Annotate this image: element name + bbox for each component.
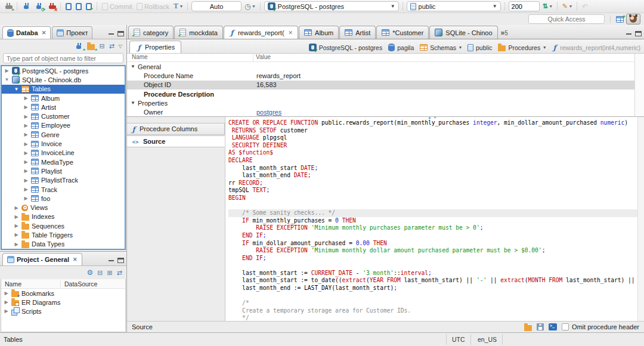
link-with-editor-icon[interactable]: ⇄ — [109, 42, 114, 50]
property-row-object-id[interactable]: Object ID16,583 — [127, 81, 634, 89]
tree-item-foo[interactable]: ▶foo — [2, 194, 125, 203]
expander-closed-icon[interactable]: ▶ — [14, 214, 19, 220]
tab-проект[interactable]: Проект — [52, 26, 92, 39]
tree-item-artist[interactable]: ▶Artist — [2, 103, 125, 112]
expander-closed-icon[interactable]: ▶ — [4, 308, 9, 314]
tree-item-track[interactable]: ▶Track — [2, 185, 125, 194]
sync-connection-button[interactable]: ⇅▾ — [541, 2, 553, 11]
expander-closed-icon[interactable]: ▶ — [14, 205, 19, 211]
tree-item-invoiceline[interactable]: ▶InvoiceLine — [2, 149, 125, 157]
tree-item-customer[interactable]: ▶Customer — [2, 112, 125, 121]
expander-open-icon[interactable]: ▼ — [131, 64, 137, 69]
tab-overflow[interactable]: »5 — [499, 29, 510, 37]
vertical-scrollbar[interactable] — [634, 54, 644, 116]
rollback-button[interactable]: Rollback — [135, 2, 171, 11]
link-with-editor-icon[interactable]: ⇄ — [117, 269, 122, 277]
close-icon[interactable]: ✕ — [289, 30, 293, 36]
expander-closed-icon[interactable]: ▶ — [23, 196, 29, 201]
tree-item-indexes[interactable]: ▶Indexes — [2, 212, 125, 221]
breadcrumb-item-rewards-report-int4-numeric[interactable]: rewards_report(int4,numeric) — [552, 44, 640, 51]
property-group-general[interactable]: ▼General — [127, 62, 634, 71]
fetch-size-input[interactable] — [509, 1, 540, 11]
quick-access-input[interactable] — [528, 14, 605, 24]
reconnect-button[interactable]: ⟳ — [33, 2, 44, 11]
tree-item-playlist[interactable]: ▶Playlist — [2, 166, 125, 175]
maximize-icon[interactable] — [635, 31, 642, 36]
expander-closed-icon[interactable]: ▶ — [4, 299, 9, 305]
property-group-properties[interactable]: ▼Properties — [127, 98, 634, 107]
object-filter-input[interactable] — [3, 53, 123, 63]
tree-item-postgresql-postgres[interactable]: ▶PostgreSQL - postgres — [2, 66, 125, 75]
breadcrumb-item-procedures[interactable]: Procedures▾ — [498, 44, 546, 51]
status-timezone[interactable]: UTC — [446, 334, 471, 345]
expander-closed-icon[interactable]: ▶ — [23, 168, 29, 174]
column-header-datasource[interactable]: DataSource — [61, 280, 97, 288]
project-item-scripts[interactable]: ▶Scripts — [1, 307, 125, 316]
new-connection-icon[interactable]: + — [75, 42, 83, 50]
expander-closed-icon[interactable]: ▶ — [4, 68, 10, 73]
gear-icon[interactable]: ⚙ — [87, 268, 94, 277]
open-perspective-icon[interactable] — [616, 16, 624, 23]
disconnect-button[interactable]: ✕ — [46, 2, 57, 11]
owner-link[interactable]: postgres — [253, 109, 634, 116]
expander-open-icon[interactable]: ▼ — [4, 77, 10, 82]
active-schema-combo[interactable]: public▼ — [407, 1, 501, 11]
close-icon[interactable]: ✕ — [73, 257, 78, 262]
expander-closed-icon[interactable]: ▶ — [23, 159, 29, 165]
close-icon[interactable]: ✕ — [42, 30, 47, 36]
side-button-source[interactable]: Source — [127, 135, 225, 147]
editor-tab-mockdata[interactable]: mockdata — [174, 26, 223, 39]
expander-closed-icon[interactable]: ▶ — [14, 242, 19, 247]
expander-closed-icon[interactable]: ▶ — [23, 104, 29, 110]
minimize-icon[interactable] — [108, 31, 114, 36]
property-row-owner[interactable]: Ownerpostgres — [127, 107, 634, 116]
connect-button[interactable] — [21, 2, 32, 11]
new-folder-icon[interactable]: + — [87, 44, 95, 50]
commit-mode-combo[interactable]: Auto — [191, 1, 242, 11]
property-row-procedure-name[interactable]: Procedure Namerewards_report — [127, 71, 634, 80]
tree-item-views[interactable]: ▶Views — [2, 203, 125, 212]
column-header-name[interactable]: Name — [127, 54, 253, 61]
source-editor[interactable]: ▲▼ CREATE OR REPLACE FUNCTION public.rew… — [225, 117, 644, 321]
expander-closed-icon[interactable]: ▶ — [23, 141, 29, 147]
vertical-scrollbar[interactable] — [637, 117, 644, 321]
tab-properties[interactable]: Properties — [129, 41, 181, 53]
active-connection-combo[interactable]: PostgreSQL - postgres▼ — [264, 1, 399, 11]
breadcrumb-item-postgresql-postgres[interactable]: PostgreSQL - postgres — [309, 44, 382, 51]
expander-closed-icon[interactable]: ▶ — [23, 150, 29, 156]
view-menu-icon[interactable]: ▽ — [119, 44, 122, 49]
tree-item-data-types[interactable]: ▶Data Types — [2, 240, 125, 249]
tree-item-mediatype[interactable]: ▶MediaType — [2, 157, 125, 166]
maximize-icon[interactable] — [117, 258, 124, 263]
tree-item-table-triggers[interactable]: ▶Table Triggers — [2, 230, 125, 239]
breadcrumb-item-pagila[interactable]: pagila — [388, 44, 414, 51]
collapse-all-icon[interactable]: ⊟ — [97, 269, 103, 277]
project-item-bookmarks[interactable]: ▶Bookmarks — [1, 289, 125, 298]
expand-all-icon[interactable]: ⊞ — [107, 269, 113, 277]
load-from-file-icon[interactable] — [524, 325, 532, 331]
tab-project-general[interactable]: Project - General ✕ — [2, 253, 82, 265]
save-to-file-icon[interactable] — [537, 323, 544, 330]
column-header-name[interactable]: Name — [1, 280, 61, 288]
side-button-procedure-columns[interactable]: Procedure Columns — [127, 123, 225, 135]
transaction-log-button[interactable]: T▾ — [172, 1, 184, 11]
tree-item-tables[interactable]: ▼Tables — [2, 85, 125, 94]
project-item-er-diagrams[interactable]: ▶ER Diagrams — [1, 298, 125, 307]
editor-tab-album[interactable]: Album — [299, 26, 339, 39]
omit-header-checkbox[interactable] — [562, 323, 569, 330]
expander-closed-icon[interactable]: ▶ — [23, 95, 29, 101]
expander-closed-icon[interactable]: ▶ — [14, 223, 19, 228]
tree-item-playlisttrack[interactable]: ▶PlaylistTrack — [2, 176, 125, 185]
breadcrumb-item-public[interactable]: public — [467, 44, 492, 51]
tree-item-album[interactable]: ▶Album — [2, 94, 125, 103]
expander-open-icon[interactable]: ▼ — [14, 86, 19, 92]
expander-closed-icon[interactable]: ▶ — [23, 187, 29, 192]
editor-tab-rewards-report[interactable]: rewards_report(✕ — [224, 26, 298, 39]
editor-tab-customer[interactable]: *Customer — [376, 26, 429, 39]
expander-closed-icon[interactable]: ▶ — [23, 123, 29, 128]
new-connection-button[interactable]: + — [2, 2, 13, 11]
expander-closed-icon[interactable]: ▶ — [14, 232, 19, 237]
tree-item-invoice[interactable]: ▶Invoice — [2, 139, 125, 148]
breadcrumb-item-schemas[interactable]: Schemas▾ — [420, 44, 462, 51]
clear-button[interactable]: ✎▾ — [561, 2, 573, 11]
